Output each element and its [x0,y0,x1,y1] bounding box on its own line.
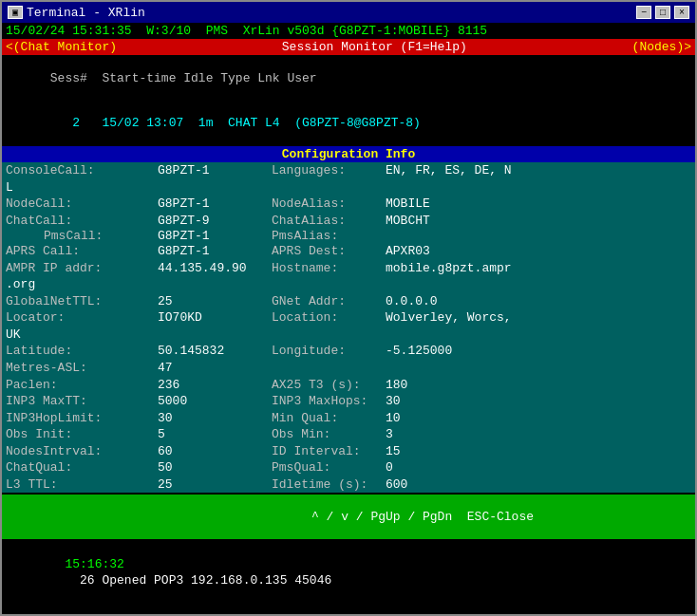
val-languages: EN, FR, ES, DE, N [386,162,512,179]
log-detail-0: 26 Opened POP3 192.168.0.135 45046 [65,573,331,588]
val-paclen: 236 [158,377,272,394]
val-org: .org [6,276,35,293]
label-pmsqual: PmsQual: [272,459,386,476]
label-hostname: Hostname: [272,260,386,277]
config-panel: Configuration Info ConsoleCall: G8PZT-1 … [2,146,695,493]
config-row-l: L [6,179,691,196]
config-rows: ConsoleCall: G8PZT-1 Languages: EN, FR, … [2,162,695,493]
label-chatalias: ChatAlias: [272,213,386,230]
label-inp3maxtt: INP3 MaxTT: [6,393,158,410]
val-pmscall: G8PZT-1 [158,229,272,243]
nav-hint-text: ^ / v / PgUp / PgDn ESC-Close [208,510,534,524]
title-bar-left: ▣ Terminal - XRlin [8,6,145,20]
val-location: Wolverley, Worcs, [386,309,512,327]
label-location: Location: [272,309,386,327]
config-row-nodesintrval: NodesIntrval: 60 ID Interval: 15 [6,443,691,460]
label-locator: Locator: [6,309,158,327]
label-aprscall: APRS Call: [6,243,158,260]
val-obsmin: 3 [386,426,393,443]
label-latitude: Latitude: [6,343,158,360]
config-row-asl: Metres-ASL: 47 [6,360,691,377]
label-ax25t3: AX25 T3 (s): [272,377,386,394]
label-chatqual: ChatQual: [6,459,158,476]
val-idinterval: 15 [386,443,401,460]
label-inp3hoplimit: INP3HopLimit: [6,410,158,427]
label-pmsalias: PmsAlias: [272,229,386,243]
val-consolecall: G8PZT-1 [158,162,272,179]
session-detail: 15/02 13:07 1m CHAT L4 (G8PZT-8@G8PZT-8) [80,116,421,130]
label-idinterval: ID Interval: [272,443,386,460]
config-row-uk: UK [6,327,691,344]
config-row-pmscall: PmsCall: G8PZT-1 PmsAlias: [6,229,691,243]
label-languages: Languages: [272,162,386,179]
session-row: 2 15/02 13:07 1m CHAT L4 (G8PZT-8@G8PZT-… [2,102,695,144]
val-inp3hoplimit: 30 [158,410,272,427]
session-num: 2 [50,116,80,130]
val-aprsdest: APXR03 [386,243,430,260]
maximize-button[interactable]: □ [655,6,670,19]
config-row-paclen: Paclen: 236 AX25 T3 (s): 180 [6,377,691,394]
val-latitude: 50.145832 [158,343,272,360]
config-row-nodecall: NodeCall: G8PZT-1 NodeAlias: MOBILE [6,196,691,213]
val-nodesintrval: 60 [158,443,272,460]
label-gnetaddr: GNet Addr: [272,293,386,310]
nav-bar: <(Chat Monitor) Session Monitor (F1=Help… [2,39,695,55]
window-title: Terminal - XRlin [27,6,145,20]
log-time-0: 15:16:32 [65,557,123,571]
config-row-l3ttl: L3 TTL: 25 Idletime (s): 600 [6,476,691,494]
log-row-0: 15:16:32 26 Opened POP3 192.168.0.135 45… [2,539,695,606]
val-chatcall: G8PZT-9 [158,213,272,230]
system-menu-button[interactable]: ▣ [8,6,23,19]
label-paclen: Paclen: [6,377,158,394]
config-row-inp3maxtt: INP3 MaxTT: 5000 INP3 MaxHops: 30 [6,393,691,410]
terminal-window: ▣ Terminal - XRlin − □ × 15/02/24 15:31:… [0,0,697,616]
val-inp3maxtt: 5000 [158,393,272,410]
val-ax25t3: 180 [386,377,407,394]
nav-right[interactable]: (Nodes)> [632,40,691,54]
val-chatqual: 50 [158,459,272,476]
config-row-locator: Locator: IO70KD Location: Wolverley, Wor… [6,309,691,327]
title-bar-controls: − □ × [636,6,689,19]
label-minqual: Min Qual: [272,410,386,427]
config-row-0: ConsoleCall: G8PZT-1 Languages: EN, FR, … [6,162,691,179]
config-row-inp3hoplimit: INP3HopLimit: 30 Min Qual: 10 [6,410,691,427]
label-idletime: Idletime (s): [272,476,386,494]
val-hostname: mobile.g8pzt.ampr [386,260,512,277]
label-pmscall: PmsCall: [44,229,158,243]
config-row-gnet: GlobalNetTTL: 25 GNet Addr: 0.0.0.0 [6,293,691,310]
val-obsinit: 5 [158,426,272,443]
val-inp3maxhops: 30 [386,393,401,410]
label-nodesintrval: NodesIntrval: [6,443,158,460]
label-obsmin: Obs Min: [272,426,386,443]
val-locator: IO70KD [158,309,272,327]
label-consolecall: ConsoleCall: [6,162,158,179]
config-row-lat: Latitude: 50.145832 Longitude: -5.125000 [6,343,691,360]
session-header-text: Sess# Start-time Idle Type Lnk User [50,71,317,85]
nav-center: Session Monitor (F1=Help) [117,40,632,54]
val-l3ttl: 25 [158,476,272,494]
config-row-chatqual: ChatQual: 50 PmsQual: 0 [6,459,691,476]
label-obsinit: Obs Init: [6,426,158,443]
title-bar: ▣ Terminal - XRlin − □ × [2,2,695,23]
config-row-obsinit: Obs Init: 5 Obs Min: 3 [6,426,691,443]
label-nodecall: NodeCall: [6,196,158,213]
label-l3ttl: L3 TTL: [6,476,158,494]
val-longitude: -5.125000 [386,343,452,360]
session-header: Sess# Start-time Idle Type Lnk User [2,55,695,102]
nav-left[interactable]: <(Chat Monitor) [6,40,117,54]
minimize-button[interactable]: − [636,6,651,19]
nav-hint: ^ / v / PgUp / PgDn ESC-Close [2,495,695,539]
val-chatalias: MOBCHT [386,213,430,230]
val-gnetaddr: 0.0.0.0 [386,293,438,310]
label-chatcall: ChatCall: [6,213,158,230]
val-nodealias: MOBILE [386,196,430,213]
terminal-body: 15/02/24 15:31:35 W:3/10 PMS XrLin v503d… [2,23,695,614]
config-row-aprs: APRS Call: G8PZT-1 APRS Dest: APXR03 [6,243,691,260]
label-longitude: Longitude: [272,343,386,360]
val-languages-cont: L [6,179,13,196]
log-row-1: 15:16:32 26 Closed POP3 192.168.0.135 45… [2,607,695,614]
close-button[interactable]: × [674,6,689,19]
val-idletime: 600 [386,476,407,494]
label-metres-asl: Metres-ASL: [6,360,158,377]
val-globalnetttl: 25 [158,293,272,310]
